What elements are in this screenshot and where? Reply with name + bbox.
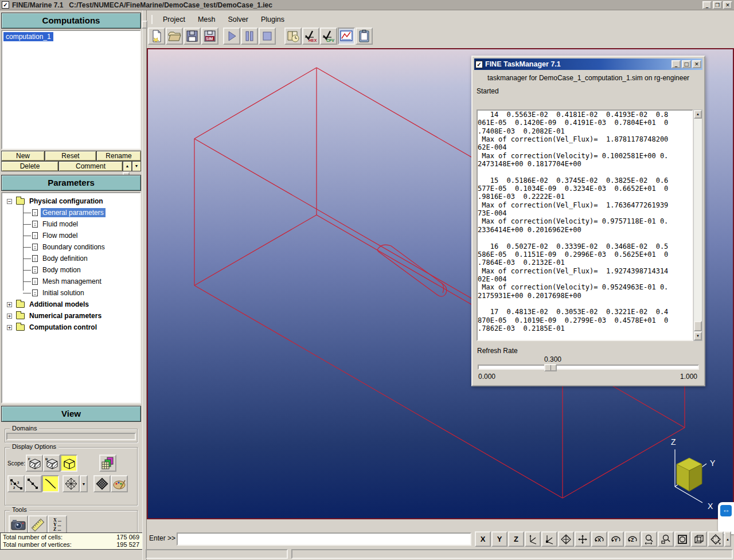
suspend-computation-button[interactable] bbox=[241, 28, 258, 45]
menu-plugins[interactable]: Plugins bbox=[256, 14, 290, 25]
tree-node-body-definition[interactable]: Body definition bbox=[2, 253, 140, 264]
reset-button[interactable]: Reset bbox=[45, 151, 96, 161]
domains-list[interactable] bbox=[6, 433, 136, 440]
tree-node-label[interactable]: Initial solution bbox=[41, 288, 86, 297]
menu-solver[interactable]: Solver bbox=[222, 14, 253, 25]
rotate-x-button[interactable]: X bbox=[591, 531, 607, 547]
save-button[interactable] bbox=[184, 28, 201, 45]
tree-node-body-motion[interactable]: Body motion bbox=[2, 264, 140, 276]
coordinates-button[interactable]: X ... Y ... Z ... bbox=[48, 515, 67, 535]
menubar-grip[interactable] bbox=[151, 15, 153, 24]
tm-close-button[interactable]: ✕ bbox=[692, 60, 701, 68]
tree-node-label[interactable]: General parameters bbox=[41, 208, 106, 217]
window-titlebar[interactable]: ✓ FINE/Marine 7.1 C:/Test/NUMECA/FineMar… bbox=[0, 0, 734, 10]
tree-node-initial-solution[interactable]: Initial solution bbox=[2, 287, 140, 299]
new-button[interactable]: New bbox=[1, 151, 45, 161]
tree-node-label[interactable]: Flow model bbox=[41, 231, 79, 240]
scroll-up-button[interactable]: ▲ bbox=[694, 110, 702, 119]
scroll-down-button[interactable]: ▼ bbox=[694, 332, 702, 340]
projection-button[interactable] bbox=[674, 531, 690, 547]
scroll-thumb[interactable] bbox=[694, 321, 702, 331]
open-project-button[interactable] bbox=[166, 28, 183, 45]
tree-node-additional-models[interactable]: + Additional models bbox=[2, 299, 140, 310]
mesh-surface-button[interactable] bbox=[93, 475, 111, 492]
restore-button[interactable]: ❐ bbox=[713, 1, 722, 9]
hexpress-button[interactable]: HEX bbox=[302, 28, 319, 45]
tree-node-fluid-model[interactable]: Fluid model bbox=[2, 218, 140, 230]
tree-node-general-parameters[interactable]: General parameters bbox=[2, 207, 140, 218]
rotate-y-button[interactable]: Y bbox=[608, 531, 624, 547]
task-manager-button[interactable] bbox=[284, 28, 302, 45]
computation-list-item[interactable]: computation_1 bbox=[3, 32, 53, 41]
rename-button[interactable]: Rename bbox=[96, 151, 141, 161]
slider-handle[interactable] bbox=[544, 364, 557, 371]
stop-computation-button[interactable] bbox=[259, 28, 276, 45]
curve-button[interactable] bbox=[42, 475, 59, 492]
tree-node-computation-control[interactable]: + Computation control bbox=[2, 322, 140, 333]
command-input[interactable] bbox=[177, 532, 471, 546]
monitor-button[interactable] bbox=[338, 28, 355, 45]
move-up-button[interactable]: ▲ bbox=[123, 161, 132, 171]
measure-button[interactable] bbox=[28, 515, 48, 535]
comment-button[interactable]: Comment bbox=[58, 161, 123, 171]
refresh-rate-slider[interactable] bbox=[478, 365, 699, 370]
tree-node-label[interactable]: Mesh management bbox=[41, 277, 103, 286]
expand-icon[interactable]: + bbox=[7, 314, 12, 319]
view-y-button[interactable]: Y bbox=[491, 531, 507, 547]
clipboard-button[interactable] bbox=[356, 28, 373, 45]
tree-node-label[interactable]: Fluid model bbox=[41, 220, 80, 229]
section-dots-button[interactable] bbox=[25, 475, 42, 492]
toolbar-overflow-button[interactable]: ▲ bbox=[724, 531, 731, 547]
tree-node-mesh-management[interactable]: Mesh management bbox=[2, 276, 140, 287]
tree-node-label[interactable]: Boundary conditions bbox=[41, 242, 107, 252]
menu-project[interactable]: Project bbox=[158, 14, 190, 25]
start-computation-button[interactable] bbox=[223, 28, 240, 45]
tree-node-flow-model[interactable]: Flow model bbox=[2, 230, 140, 241]
cfview-button[interactable]: CFV bbox=[320, 28, 337, 45]
tree-node-label[interactable]: Body definition bbox=[41, 254, 89, 263]
console-scrollbar[interactable]: ▲ ▼ bbox=[693, 109, 702, 341]
tree-node-label[interactable]: Body motion bbox=[41, 265, 83, 275]
view-z-button[interactable]: Z bbox=[508, 531, 524, 547]
tree-node-label[interactable]: Numerical parameters bbox=[28, 311, 103, 320]
panel-splitter[interactable] bbox=[142, 10, 147, 560]
taskmanager-dialog[interactable]: ✓ FINE TaskManager 7.1 _ □ ✕ taskmanager… bbox=[471, 56, 705, 386]
layers-button[interactable] bbox=[99, 455, 116, 472]
view-x-button[interactable]: X bbox=[475, 531, 491, 547]
scope-back-faces-button[interactable]: B bbox=[43, 455, 60, 472]
computations-list[interactable]: computation_1 bbox=[1, 30, 141, 150]
expand-icon[interactable]: + bbox=[7, 302, 12, 307]
orientation-button[interactable] bbox=[63, 475, 80, 492]
snapshot-button[interactable] bbox=[9, 515, 28, 535]
save-sim-button[interactable]: SIM bbox=[201, 28, 218, 45]
palette-button[interactable] bbox=[111, 475, 128, 492]
tree-node-numerical-parameters[interactable]: + Numerical parameters bbox=[2, 310, 140, 322]
tm-minimize-button[interactable]: _ bbox=[671, 60, 681, 68]
rotate-z-button[interactable]: Z bbox=[624, 531, 641, 547]
scope-front-faces-button[interactable]: F bbox=[26, 455, 43, 472]
view-axes-local-button[interactable] bbox=[541, 531, 557, 547]
scope-wireframe-button[interactable] bbox=[60, 455, 77, 472]
taskmanager-titlebar[interactable]: ✓ FINE TaskManager 7.1 _ □ ✕ bbox=[474, 58, 702, 70]
tm-maximize-button[interactable]: □ bbox=[682, 60, 691, 68]
section-numbered-button[interactable]: 1 2 3 bbox=[7, 475, 25, 492]
tree-node-boundary-conditions[interactable]: Boundary conditions bbox=[2, 241, 140, 253]
delete-button[interactable]: Delete bbox=[1, 161, 58, 171]
remote-access-tab[interactable]: ⇔ bbox=[718, 502, 734, 534]
tree-node-label[interactable]: Additional models bbox=[28, 300, 91, 309]
close-button[interactable]: ✕ bbox=[723, 1, 732, 9]
minimize-button[interactable]: _ bbox=[702, 1, 712, 9]
tree-node-label[interactable]: Physical configuration bbox=[28, 197, 105, 206]
collapse-icon[interactable]: − bbox=[7, 199, 12, 204]
tree-node-label[interactable]: Computation control bbox=[28, 323, 99, 332]
orientation-dropdown-button[interactable]: ▼ bbox=[80, 475, 88, 492]
view-axes-button[interactable] bbox=[525, 531, 541, 547]
zoom-box-button[interactable] bbox=[658, 531, 674, 547]
fit-view-button[interactable] bbox=[558, 531, 574, 547]
clipping-plane-button[interactable] bbox=[708, 531, 724, 547]
cube-view-button[interactable] bbox=[691, 531, 707, 547]
expand-icon[interactable]: + bbox=[7, 325, 12, 330]
menu-mesh[interactable]: Mesh bbox=[193, 14, 221, 25]
new-project-button[interactable] bbox=[148, 28, 165, 45]
zoom-button[interactable] bbox=[641, 531, 657, 547]
